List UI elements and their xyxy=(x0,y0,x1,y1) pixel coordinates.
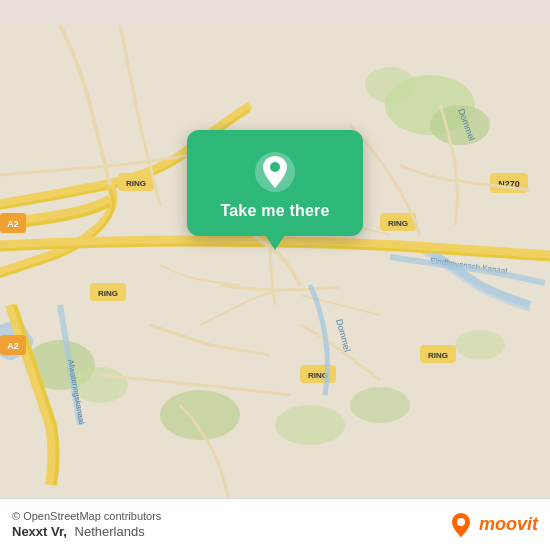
map-container: N270 RING RING RING RING RING A2 A2 xyxy=(0,0,550,550)
svg-point-3 xyxy=(365,67,415,103)
svg-point-32 xyxy=(457,518,465,526)
svg-text:RING: RING xyxy=(428,351,448,360)
svg-text:RING: RING xyxy=(126,179,146,188)
location-pin-icon xyxy=(253,150,297,194)
svg-text:A2: A2 xyxy=(7,341,19,351)
take-me-there-button[interactable]: Take me there xyxy=(220,202,329,220)
svg-point-8 xyxy=(350,387,410,423)
svg-text:RING: RING xyxy=(388,219,408,228)
moovit-brand-text: moovit xyxy=(479,514,538,535)
moovit-pin-icon xyxy=(447,511,475,539)
svg-point-31 xyxy=(270,162,280,172)
location-name: Nexxt Vr, Netherlands xyxy=(12,524,161,539)
svg-point-9 xyxy=(455,330,505,360)
map-background: N270 RING RING RING RING RING A2 A2 xyxy=(0,0,550,550)
svg-text:A2: A2 xyxy=(7,219,19,229)
moovit-logo: moovit xyxy=(447,511,538,539)
map-attribution: © OpenStreetMap contributors xyxy=(12,510,161,522)
svg-point-6 xyxy=(160,390,240,440)
bottom-bar: © OpenStreetMap contributors Nexxt Vr, N… xyxy=(0,498,550,550)
svg-point-7 xyxy=(275,405,345,445)
svg-text:RING: RING xyxy=(98,289,118,298)
popup-card[interactable]: Take me there xyxy=(187,130,363,236)
